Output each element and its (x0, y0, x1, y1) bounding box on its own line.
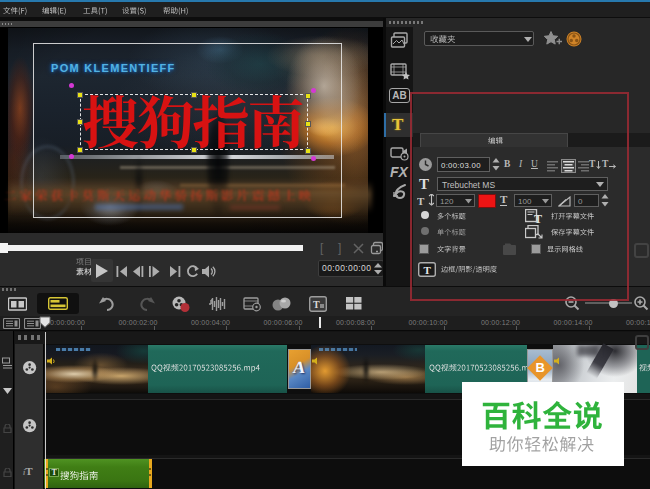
svg-text:T: T (313, 299, 320, 310)
